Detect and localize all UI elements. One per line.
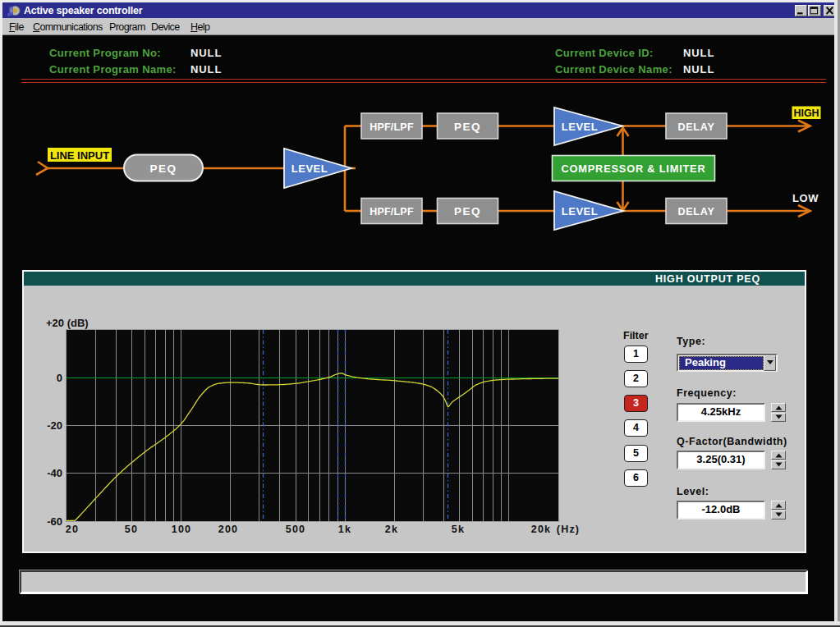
svg-text:LEVEL: LEVEL: [291, 162, 328, 175]
svg-text:DELAY: DELAY: [677, 206, 714, 217]
svg-text:HPF/LPF: HPF/LPF: [370, 121, 414, 133]
svg-text:HPF/LPF: HPF/LPF: [370, 206, 414, 217]
svg-text:COMPRESSOR & LIMITER: COMPRESSOR & LIMITER: [562, 162, 706, 175]
svg-text:LOW: LOW: [792, 192, 819, 204]
svg-text:LEVEL: LEVEL: [562, 205, 598, 217]
svg-text:PEQ: PEQ: [454, 205, 481, 217]
svg-text:PEQ: PEQ: [454, 121, 481, 133]
svg-text:LINE INPUT: LINE INPUT: [50, 149, 109, 162]
svg-text:HIGH: HIGH: [793, 108, 819, 119]
svg-text:LEVEL: LEVEL: [562, 121, 598, 133]
svg-text:PEQ: PEQ: [149, 162, 177, 175]
svg-text:DELAY: DELAY: [677, 121, 714, 133]
